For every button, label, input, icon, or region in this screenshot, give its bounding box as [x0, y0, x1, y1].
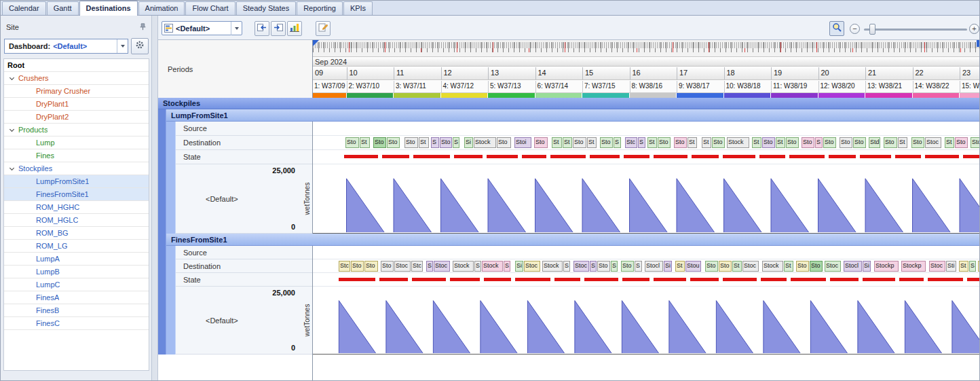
destination-block[interactable]: Sto [911, 137, 924, 148]
destination-block[interactable]: St [784, 261, 793, 272]
ruler-start-marker-icon[interactable] [313, 40, 319, 46]
expander-chevron-icon[interactable] [10, 75, 14, 79]
period-header-5[interactable]: 5: W37/13 [488, 81, 535, 93]
day-header-22[interactable]: 22 [913, 67, 960, 80]
destination-block[interactable]: Sto [440, 137, 452, 148]
destination-block[interactable]: Sto [674, 137, 687, 148]
destination-block[interactable]: Stc [339, 261, 350, 272]
day-header-14[interactable]: 14 [535, 67, 583, 80]
period-header-8[interactable]: 8: W38/16 [630, 81, 677, 93]
destination-block[interactable]: Stoc [929, 261, 945, 272]
tree-item-primary-crusher[interactable]: Primary Crusher [4, 85, 149, 98]
destination-block[interactable]: Sto [762, 137, 775, 148]
preset-dropdown-arrow[interactable] [231, 22, 242, 35]
destination-block[interactable]: Sto [705, 261, 718, 272]
destination-block[interactable]: St [752, 137, 761, 148]
period-header-6[interactable]: 6: W37/14 [535, 81, 583, 93]
destination-block[interactable]: Sto [373, 137, 386, 148]
destination-block[interactable]: Sto [853, 137, 866, 148]
destination-block[interactable]: Sto [796, 261, 809, 272]
period-header-13[interactable]: 13: W38/21 [865, 81, 913, 93]
destination-block[interactable]: St [360, 137, 370, 148]
day-header-18[interactable]: 18 [724, 67, 772, 80]
destination-block[interactable]: Stc [625, 137, 637, 148]
dashboard-settings-button[interactable] [131, 38, 149, 54]
tab-flow-chart[interactable]: Flow Chart [185, 1, 235, 15]
tree-item-finesc[interactable]: FinesC [4, 317, 149, 330]
destination-block[interactable]: St [647, 137, 657, 148]
destination-block[interactable]: S [638, 137, 645, 148]
destination-block[interactable]: Si [515, 261, 523, 272]
period-header-11[interactable]: 11: W38/19 [771, 81, 818, 93]
destination-block[interactable]: St [587, 137, 597, 148]
destination-block[interactable]: Sto [810, 261, 823, 272]
destination-block[interactable]: Sto [351, 261, 364, 272]
destination-block[interactable]: Stock [453, 261, 474, 272]
tree-item-dryplant2[interactable]: DryPlant2 [4, 111, 149, 124]
tree-item-rom-hghc[interactable]: ROM_HGHC [4, 201, 149, 214]
destination-block[interactable]: Si [464, 137, 473, 148]
destination-block[interactable]: Stock [474, 137, 496, 148]
tree-item-fines[interactable]: Fines [4, 149, 149, 162]
period-header-15[interactable]: 15: W38/23 [960, 81, 980, 93]
period-header-4[interactable]: 4: W37/12 [441, 81, 489, 93]
tree-item-finesfromsite1[interactable]: FinesFromSite1 [4, 188, 149, 201]
ruler-end-marker-icon[interactable] [977, 40, 980, 47]
destination-block[interactable]: S [614, 137, 621, 148]
destination-block[interactable]: St [675, 261, 685, 272]
destination-block[interactable]: St [898, 137, 907, 148]
destination-block[interactable]: Stou [685, 261, 701, 272]
destination-block[interactable]: Sto [884, 137, 897, 148]
destination-block[interactable]: Stock [727, 137, 749, 148]
destination-block[interactable]: Stock [482, 261, 503, 272]
period-header-7[interactable]: 7: W37/15 [582, 81, 630, 93]
destination-block[interactable]: Std [869, 137, 880, 148]
destination-block[interactable]: S [969, 261, 976, 272]
destination-block[interactable]: Stock [762, 261, 783, 272]
destination-block[interactable]: Sto [600, 137, 613, 148]
tab-destinations[interactable]: Destinations [79, 1, 138, 16]
tree-item-root[interactable]: Root [4, 59, 149, 72]
destination-block[interactable]: S [431, 137, 439, 148]
destination-block[interactable]: Si [863, 261, 871, 272]
tree-item-finesa[interactable]: FinesA [4, 291, 149, 304]
destination-block[interactable]: Sto [712, 137, 725, 148]
period-header-1[interactable]: 1: W37/09 [313, 81, 347, 93]
destination-block[interactable]: Sto [364, 261, 378, 272]
destination-block[interactable]: Sto [345, 137, 359, 148]
destination-block[interactable]: Sto [621, 261, 634, 272]
period-header-9[interactable]: 9: W38/17 [677, 81, 724, 93]
period-header-12[interactable]: 12: W38/20 [818, 81, 866, 93]
dashboard-selector[interactable]: Dashboard: <Default> [4, 39, 128, 54]
destination-block[interactable]: Sto [381, 261, 394, 272]
destination-block[interactable]: Sto [970, 137, 980, 148]
destination-block[interactable]: Stockp [874, 261, 899, 272]
zoom-out-button[interactable]: − [850, 24, 860, 34]
destination-block[interactable]: S [453, 137, 459, 148]
period-header-3[interactable]: 3: W37/11 [394, 81, 441, 93]
chart-options-button[interactable] [287, 21, 302, 36]
day-header-15[interactable]: 15 [582, 67, 630, 80]
destination-block[interactable]: Stoc [434, 261, 450, 272]
destination-block[interactable]: Stoc [394, 261, 411, 272]
pin-icon[interactable] [138, 22, 147, 33]
highlight-period-button[interactable] [829, 21, 844, 36]
tree-item-lumpc[interactable]: LumpC [4, 278, 149, 291]
tree-item-rom-bg[interactable]: ROM_BG [4, 227, 149, 240]
destination-block[interactable]: St [732, 261, 742, 272]
day-header-19[interactable]: 19 [771, 67, 818, 80]
destination-block[interactable]: Sto [823, 137, 836, 148]
expander-chevron-icon[interactable] [10, 165, 14, 170]
destination-block[interactable]: Sto [955, 137, 968, 148]
tree-item-stockpiles[interactable]: Stockpiles [4, 162, 149, 175]
sidebar-splitter[interactable] [151, 16, 158, 381]
day-header-20[interactable]: 20 [818, 67, 866, 80]
destination-block[interactable]: Stoc [524, 261, 540, 272]
period-header-2[interactable]: 2: W37/10 [347, 81, 394, 93]
destination-block[interactable]: St [776, 137, 785, 148]
day-header-21[interactable]: 21 [865, 67, 913, 80]
day-header-16[interactable]: 16 [630, 67, 677, 80]
zoom-slider-handle[interactable] [869, 24, 875, 35]
destination-block[interactable]: S [563, 261, 570, 272]
tree-item-rom-hglc[interactable]: ROM_HGLC [4, 214, 149, 227]
